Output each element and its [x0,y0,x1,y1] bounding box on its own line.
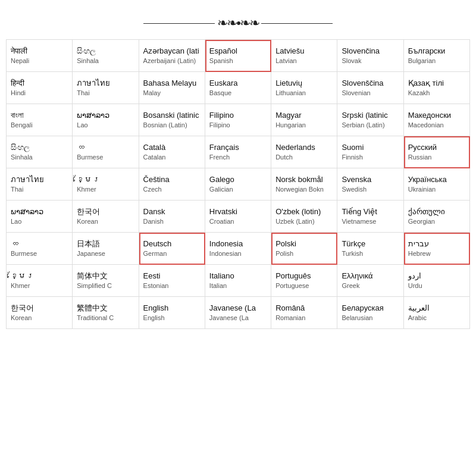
lang-cell[interactable]: हिन्दीHindi [7,72,73,104]
lang-english: Traditional C [77,314,134,322]
lang-cell[interactable]: БългарскиBulgarian [404,40,470,72]
lang-english: Russian [408,153,465,161]
lang-cell[interactable]: FilipinoFilipino [205,104,271,136]
lang-cell[interactable]: РусскийRussian [404,136,470,168]
lang-cell[interactable]: ထBurmese [7,233,73,265]
lang-cell[interactable]: PolskiPolish [271,233,337,265]
lang-native: العربية [408,303,465,314]
lang-native: O'zbek (lotin) [275,207,333,217]
lang-cell[interactable]: УкраїнськаUkrainian [404,168,470,201]
lang-cell[interactable]: සිංහලSinhala [73,40,139,72]
lang-english: Filipino [209,121,267,129]
lang-cell[interactable]: SuomiFinnish [337,136,403,168]
lang-native: Македонски [408,111,465,121]
lang-english: Portuguese [275,281,333,290]
lang-native: ထ [77,143,134,153]
lang-cell[interactable]: TürkçeTurkish [337,233,403,265]
lang-native: 한국어 [77,207,134,217]
lang-cell[interactable]: NederlandsDutch [271,136,337,168]
lang-cell[interactable]: ภาษาไทยThai [73,72,139,104]
lang-native: Italiano [209,271,267,281]
lang-cell[interactable]: FrançaisFrench [205,136,271,168]
lang-cell[interactable]: EuskaraBasque [205,72,271,104]
lang-cell[interactable]: LatviešuLatvian [271,40,337,72]
lang-cell[interactable]: עבריתHebrew [404,233,470,265]
lang-english: Thai [77,89,134,97]
lang-english: Lao [11,217,68,226]
lang-cell[interactable]: Srpski (latinicSerbian (Latin) [337,104,403,136]
lang-cell[interactable]: नेपालीNepali [7,40,73,72]
lang-cell[interactable]: CatalàCatalan [139,136,205,168]
lang-native: ខ្មែរ [11,271,68,281]
lang-cell[interactable]: Tiếng ViệtVietnamese [337,201,403,233]
lang-cell[interactable]: DeutschGerman [139,233,205,265]
lang-cell[interactable]: MagyarHungarian [271,104,337,136]
lang-english: Galician [209,185,267,193]
lang-native: नेपाली [11,46,68,57]
lang-cell[interactable]: Қазақ тіліKazakh [404,72,470,104]
lang-english: Latvian [275,57,333,65]
lang-cell[interactable]: SvenskaSwedish [337,168,403,201]
lang-native: Eesti [143,271,201,281]
lang-cell[interactable]: LietuviųLithuanian [271,72,337,104]
lang-cell[interactable]: ພາສາລາວLao [73,104,139,136]
lang-cell[interactable]: 繁體中文Traditional C [73,297,139,329]
lang-cell[interactable]: БеларускаяBelarusian [337,297,403,329]
lang-english: Hungarian [275,121,333,129]
lang-cell[interactable]: 简体中文Simplified C [73,265,139,297]
lang-cell[interactable]: ພາສາລາວLao [7,201,73,233]
lang-cell[interactable]: EspañolSpanish [205,40,271,72]
lang-cell[interactable]: 한국어Korean [73,201,139,233]
lang-cell[interactable]: العربيةArabic [404,297,470,329]
lang-cell[interactable]: SlovenščinaSlovenian [337,72,403,104]
lang-cell[interactable]: DanskDanish [139,201,205,233]
lang-cell[interactable]: Azərbaycan (latiAzerbaijani (Latin) [139,40,205,72]
lang-cell[interactable]: ΕλληνικάGreek [337,265,403,297]
lang-cell[interactable]: O'zbek (lotin)Uzbek (Latin) [271,201,337,233]
lang-cell[interactable]: EestiEstonian [139,265,205,297]
lang-cell[interactable]: 한국어Korean [7,297,73,329]
lang-cell[interactable]: EnglishEnglish [139,297,205,329]
lang-cell[interactable]: Bosanski (latinicBosnian (Latin) [139,104,205,136]
lang-native: Indonesia [209,239,267,249]
lang-cell[interactable]: ČeštinaCzech [139,168,205,201]
lang-cell[interactable]: ItalianoItalian [205,265,271,297]
lang-cell[interactable]: HrvatskiCroatian [205,201,271,233]
lang-cell[interactable]: සිංහලSinhala [7,136,73,168]
lang-cell[interactable]: ထBurmese [73,136,139,168]
lang-cell[interactable]: ภาษาไทยThai [7,168,73,201]
lang-cell[interactable]: RomânăRomanian [271,297,337,329]
lang-english: Polish [275,249,333,258]
lang-english: Hindi [11,89,68,97]
lang-native: Español [209,46,267,57]
lang-native: বাংলা [11,111,68,121]
lang-cell[interactable]: ខ្មែរKhmer [73,168,139,201]
lang-english: Belarusian [342,314,399,322]
lang-english: Korean [77,217,134,226]
lang-cell[interactable]: 日本語Japanese [73,233,139,265]
lang-english: Swedish [342,185,399,193]
lang-cell[interactable]: Bahasa MelayuMalay [139,72,205,104]
lang-cell[interactable]: Javanese (LaJavanese (La [205,297,271,329]
page-header: ❧❧•❧❧ [6,15,470,31]
lang-native: Magyar [275,111,333,121]
lang-cell[interactable]: ខ្មែរKhmer [7,265,73,297]
lang-cell[interactable]: PortuguêsPortuguese [271,265,337,297]
lang-native: Polski [275,239,333,249]
lang-english: Ukrainian [408,185,465,193]
lang-english: Thai [11,185,68,193]
lang-cell[interactable]: Norsk bokmålNorwegian Bokn [271,168,337,201]
lang-cell[interactable]: বাংলাBengali [7,104,73,136]
lang-native: Filipino [209,111,267,121]
lang-english: Slovak [342,57,399,65]
lang-cell[interactable]: GalegoGalician [205,168,271,201]
lang-cell[interactable]: МакедонскиMacedonian [404,104,470,136]
lang-cell[interactable]: IndonesiaIndonesian [205,233,271,265]
lang-cell[interactable]: ქართულიGeorgian [404,201,470,233]
lang-english: Javanese (La [209,314,267,322]
lang-cell[interactable]: اردوUrdu [404,265,470,297]
lang-native: Ελληνικά [342,271,399,281]
lang-english: Burmese [77,153,134,161]
lang-cell[interactable]: SlovenčinaSlovak [337,40,403,72]
lang-native: Norsk bokmål [275,175,333,185]
